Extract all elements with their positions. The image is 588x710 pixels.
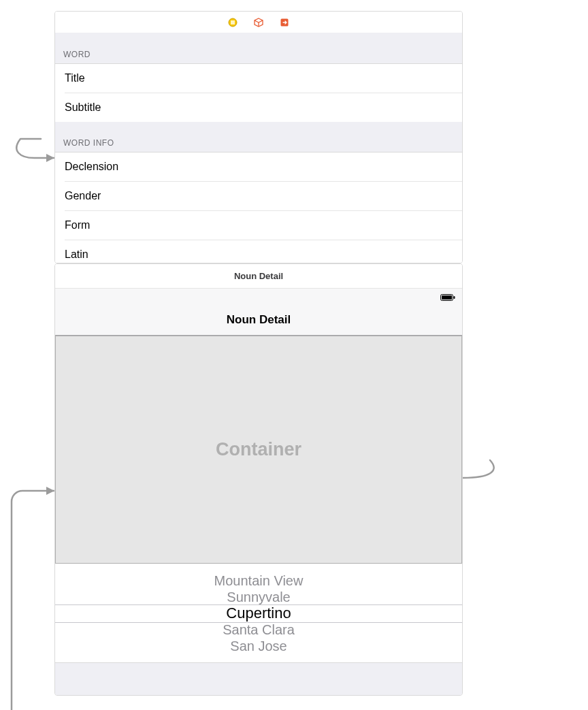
svg-rect-8 [454, 296, 455, 299]
picker-row[interactable]: San Jose [230, 638, 287, 654]
nav-title: Noun Detail [227, 313, 291, 335]
table-cell-gender[interactable]: Gender [55, 182, 462, 210]
table-cell-declension[interactable]: Declension [55, 152, 462, 181]
table-cell-form[interactable]: Form [55, 211, 462, 240]
storyboard-icon-cube [254, 18, 263, 27]
svg-rect-7 [442, 295, 452, 300]
picker-row-selected[interactable]: Cupertino [226, 605, 291, 622]
svg-marker-1 [46, 154, 54, 162]
table-cell-title[interactable]: Title [55, 64, 462, 93]
picker-view[interactable]: Mountain View Sunnyvale Cupertino Santa … [55, 564, 462, 662]
footer-bar [55, 662, 462, 695]
scene-noun-detail: Noun Detail Noun Detail Container Mounta… [54, 263, 463, 696]
picker-row[interactable]: Mountain View [214, 572, 304, 589]
navigation-bar: Noun Detail [55, 289, 462, 336]
svg-rect-3 [231, 20, 235, 25]
table-cell-latin[interactable]: Latin [55, 240, 462, 263]
battery-icon [440, 294, 455, 301]
picker-row[interactable]: Santa Clara [223, 622, 295, 638]
container-view-placeholder[interactable]: Container [55, 336, 462, 564]
storyboard-icon-exit [280, 18, 289, 27]
scene-label: Noun Detail [55, 264, 462, 289]
scene-word-table: WORD Title Subtitle WORD INFO Declension… [54, 11, 463, 263]
section-header-word: WORD [55, 33, 462, 64]
scene-toolbar [55, 12, 462, 33]
picker-row[interactable]: Sunnyvale [227, 589, 290, 605]
table-cell-subtitle[interactable]: Subtitle [55, 93, 462, 122]
storyboard-icon-yellow [228, 18, 238, 27]
svg-marker-0 [46, 487, 54, 495]
section-header-word-info: WORD INFO [55, 122, 462, 152]
